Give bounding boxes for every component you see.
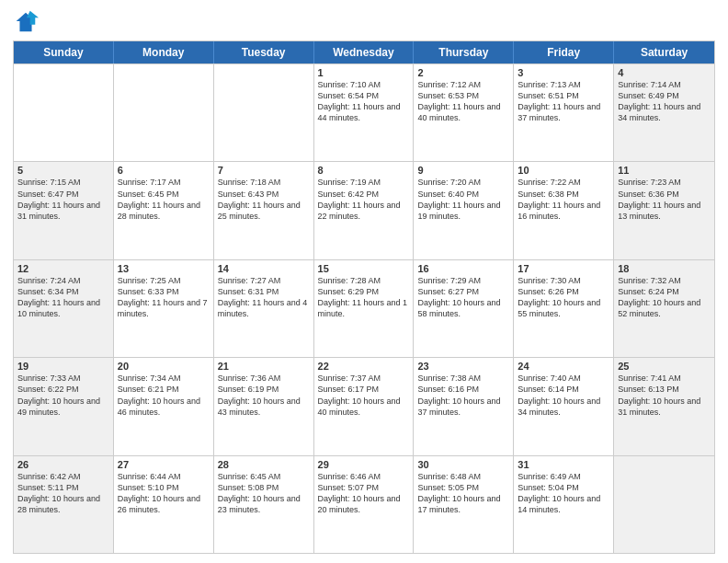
day-info: Sunrise: 7:10 AM Sunset: 6:54 PM Dayligh…	[318, 79, 410, 124]
calendar-cell-r0-c5: 3Sunrise: 7:13 AM Sunset: 6:51 PM Daylig…	[514, 64, 614, 161]
calendar-cell-r3-c1: 20Sunrise: 7:34 AM Sunset: 6:21 PM Dayli…	[114, 358, 214, 454]
calendar-cell-r4-c6	[614, 456, 714, 553]
calendar-cell-r2-c5: 17Sunrise: 7:30 AM Sunset: 6:26 PM Dayli…	[514, 260, 614, 357]
weekday-header-thursday: Thursday	[414, 41, 514, 63]
weekday-header-friday: Friday	[514, 41, 614, 63]
calendar-cell-r4-c0: 26Sunrise: 6:42 AM Sunset: 5:11 PM Dayli…	[14, 456, 114, 553]
day-number: 25	[618, 361, 711, 372]
logo	[13, 9, 42, 35]
calendar-cell-r3-c4: 23Sunrise: 7:38 AM Sunset: 6:16 PM Dayli…	[414, 358, 514, 454]
calendar-row-3: 19Sunrise: 7:33 AM Sunset: 6:22 PM Dayli…	[14, 357, 714, 454]
calendar-cell-r1-c0: 5Sunrise: 7:15 AM Sunset: 6:47 PM Daylig…	[14, 162, 114, 259]
day-number: 7	[218, 165, 310, 176]
day-number: 16	[417, 263, 509, 274]
calendar-cell-r4-c5: 31Sunrise: 6:49 AM Sunset: 5:04 PM Dayli…	[514, 456, 614, 553]
day-number: 20	[118, 361, 210, 372]
calendar-cell-r0-c0	[14, 64, 114, 161]
day-info: Sunrise: 7:23 AM Sunset: 6:36 PM Dayligh…	[618, 177, 711, 222]
calendar-cell-r1-c3: 8Sunrise: 7:19 AM Sunset: 6:42 PM Daylig…	[314, 162, 415, 259]
weekday-header-wednesday: Wednesday	[314, 41, 415, 63]
day-info: Sunrise: 7:20 AM Sunset: 6:40 PM Dayligh…	[417, 177, 509, 222]
calendar-cell-r2-c4: 16Sunrise: 7:29 AM Sunset: 6:27 PM Dayli…	[414, 260, 514, 357]
day-number: 22	[318, 361, 410, 372]
day-number: 3	[518, 67, 609, 78]
calendar-cell-r2-c0: 12Sunrise: 7:24 AM Sunset: 6:34 PM Dayli…	[14, 260, 114, 357]
day-info: Sunrise: 6:46 AM Sunset: 5:07 PM Dayligh…	[318, 471, 410, 516]
calendar-cell-r4-c3: 29Sunrise: 6:46 AM Sunset: 5:07 PM Dayli…	[314, 456, 415, 553]
calendar-row-1: 5Sunrise: 7:15 AM Sunset: 6:47 PM Daylig…	[14, 161, 714, 259]
day-info: Sunrise: 7:40 AM Sunset: 6:14 PM Dayligh…	[518, 373, 609, 418]
weekday-header-sunday: Sunday	[14, 41, 114, 63]
day-info: Sunrise: 6:42 AM Sunset: 5:11 PM Dayligh…	[17, 471, 109, 516]
day-info: Sunrise: 6:49 AM Sunset: 5:04 PM Dayligh…	[518, 471, 609, 516]
calendar-cell-r0-c2	[214, 64, 314, 161]
calendar-cell-r1-c6: 11Sunrise: 7:23 AM Sunset: 6:36 PM Dayli…	[614, 162, 714, 259]
calendar-cell-r0-c6: 4Sunrise: 7:14 AM Sunset: 6:49 PM Daylig…	[614, 64, 714, 161]
day-info: Sunrise: 7:38 AM Sunset: 6:16 PM Dayligh…	[417, 373, 509, 418]
calendar-row-4: 26Sunrise: 6:42 AM Sunset: 5:11 PM Dayli…	[14, 455, 714, 553]
weekday-header-tuesday: Tuesday	[214, 41, 314, 63]
calendar-cell-r2-c1: 13Sunrise: 7:25 AM Sunset: 6:33 PM Dayli…	[114, 260, 214, 357]
day-info: Sunrise: 7:32 AM Sunset: 6:24 PM Dayligh…	[618, 275, 711, 320]
day-info: Sunrise: 7:27 AM Sunset: 6:31 PM Dayligh…	[218, 275, 310, 320]
day-info: Sunrise: 7:13 AM Sunset: 6:51 PM Dayligh…	[518, 79, 609, 124]
day-info: Sunrise: 7:18 AM Sunset: 6:43 PM Dayligh…	[218, 177, 310, 222]
day-info: Sunrise: 7:24 AM Sunset: 6:34 PM Dayligh…	[17, 275, 109, 320]
day-info: Sunrise: 7:36 AM Sunset: 6:19 PM Dayligh…	[218, 373, 310, 418]
day-number: 15	[318, 263, 410, 274]
calendar-cell-r4-c4: 30Sunrise: 6:48 AM Sunset: 5:05 PM Dayli…	[414, 456, 514, 553]
calendar-cell-r3-c2: 21Sunrise: 7:36 AM Sunset: 6:19 PM Dayli…	[214, 358, 314, 454]
day-number: 28	[218, 459, 310, 470]
day-number: 17	[518, 263, 609, 274]
calendar-cell-r1-c2: 7Sunrise: 7:18 AM Sunset: 6:43 PM Daylig…	[214, 162, 314, 259]
calendar-row-0: 1Sunrise: 7:10 AM Sunset: 6:54 PM Daylig…	[14, 63, 714, 161]
day-number: 27	[118, 459, 210, 470]
day-info: Sunrise: 6:45 AM Sunset: 5:08 PM Dayligh…	[218, 471, 310, 516]
calendar-body: 1Sunrise: 7:10 AM Sunset: 6:54 PM Daylig…	[14, 63, 714, 553]
calendar-cell-r1-c1: 6Sunrise: 7:17 AM Sunset: 6:45 PM Daylig…	[114, 162, 214, 259]
calendar-cell-r0-c1	[114, 64, 214, 161]
day-info: Sunrise: 7:37 AM Sunset: 6:17 PM Dayligh…	[318, 373, 410, 418]
day-info: Sunrise: 6:44 AM Sunset: 5:10 PM Dayligh…	[118, 471, 210, 516]
calendar: SundayMondayTuesdayWednesdayThursdayFrid…	[13, 40, 715, 554]
calendar-cell-r3-c3: 22Sunrise: 7:37 AM Sunset: 6:17 PM Dayli…	[314, 358, 415, 454]
day-info: Sunrise: 7:30 AM Sunset: 6:26 PM Dayligh…	[518, 275, 609, 320]
calendar-cell-r1-c5: 10Sunrise: 7:22 AM Sunset: 6:38 PM Dayli…	[514, 162, 614, 259]
day-number: 6	[118, 165, 210, 176]
calendar-cell-r1-c4: 9Sunrise: 7:20 AM Sunset: 6:40 PM Daylig…	[414, 162, 514, 259]
day-number: 21	[218, 361, 310, 372]
calendar-cell-r0-c3: 1Sunrise: 7:10 AM Sunset: 6:54 PM Daylig…	[314, 64, 415, 161]
day-info: Sunrise: 7:22 AM Sunset: 6:38 PM Dayligh…	[518, 177, 609, 222]
day-info: Sunrise: 7:17 AM Sunset: 6:45 PM Dayligh…	[118, 177, 210, 222]
calendar-cell-r0-c4: 2Sunrise: 7:12 AM Sunset: 6:53 PM Daylig…	[414, 64, 514, 161]
day-number: 9	[417, 165, 509, 176]
page: SundayMondayTuesdayWednesdayThursdayFrid…	[0, 0, 728, 563]
day-number: 31	[518, 459, 609, 470]
day-info: Sunrise: 7:25 AM Sunset: 6:33 PM Dayligh…	[118, 275, 210, 320]
day-number: 29	[318, 459, 410, 470]
day-number: 10	[518, 165, 609, 176]
day-number: 2	[417, 67, 509, 78]
day-number: 24	[518, 361, 609, 372]
day-number: 12	[17, 263, 109, 274]
day-number: 5	[17, 165, 109, 176]
calendar-cell-r2-c2: 14Sunrise: 7:27 AM Sunset: 6:31 PM Dayli…	[214, 260, 314, 357]
day-number: 8	[318, 165, 410, 176]
calendar-cell-r3-c0: 19Sunrise: 7:33 AM Sunset: 6:22 PM Dayli…	[14, 358, 114, 454]
calendar-header: SundayMondayTuesdayWednesdayThursdayFrid…	[14, 41, 714, 63]
day-number: 26	[17, 459, 109, 470]
day-info: Sunrise: 7:14 AM Sunset: 6:49 PM Dayligh…	[618, 79, 711, 124]
day-number: 19	[17, 361, 109, 372]
weekday-header-monday: Monday	[114, 41, 214, 63]
day-number: 23	[417, 361, 509, 372]
day-number: 30	[417, 459, 509, 470]
calendar-cell-r4-c1: 27Sunrise: 6:44 AM Sunset: 5:10 PM Dayli…	[114, 456, 214, 553]
logo-icon	[13, 9, 39, 35]
day-info: Sunrise: 7:34 AM Sunset: 6:21 PM Dayligh…	[118, 373, 210, 418]
day-number: 18	[618, 263, 711, 274]
day-info: Sunrise: 7:29 AM Sunset: 6:27 PM Dayligh…	[417, 275, 509, 320]
day-number: 14	[218, 263, 310, 274]
calendar-cell-r3-c6: 25Sunrise: 7:41 AM Sunset: 6:13 PM Dayli…	[614, 358, 714, 454]
day-number: 11	[618, 165, 711, 176]
calendar-cell-r3-c5: 24Sunrise: 7:40 AM Sunset: 6:14 PM Dayli…	[514, 358, 614, 454]
